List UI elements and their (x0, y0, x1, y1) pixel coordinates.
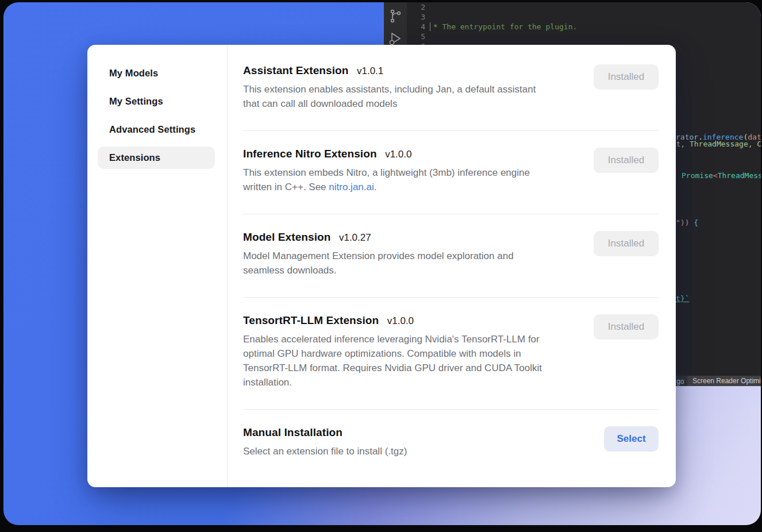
installed-button[interactable]: Installed (594, 148, 659, 173)
sidebar-item-my-settings[interactable]: My Settings (98, 90, 215, 113)
extension-name: Inference Nitro Extension (243, 148, 377, 160)
code-line-2: * The entrypoint for the plugin. (429, 22, 761, 32)
screen-reader-optimized-chip: Screen Reader Optimized (687, 376, 761, 386)
extension-description: This extension embeds Nitro, a lightweig… (243, 165, 530, 194)
extension-version: v1.0.27 (339, 232, 371, 243)
extension-version: v1.0.0 (385, 149, 411, 160)
extension-description: This extension enables assistants, inclu… (243, 82, 536, 111)
extensions-list: Assistant Extension v1.0.1 This extensio… (228, 45, 676, 487)
settings-sidebar: My Models My Settings Advanced Settings … (87, 45, 228, 487)
status-bar-text: go (676, 377, 684, 386)
text-cursor (430, 22, 430, 31)
app-background: 2 3 4 5 6 * The entrypoint for the plugi… (3, 2, 761, 525)
extension-row-tensorrt-llm: TensortRT-LLM Extension v1.0.0 Enables a… (243, 298, 659, 410)
extension-name: Assistant Extension (243, 64, 349, 76)
run-and-debug-icon (384, 31, 407, 46)
extension-name: TensortRT-LLM Extension (243, 314, 379, 326)
extension-description: Enables accelerated inference leveraging… (243, 332, 542, 390)
extension-name: Model Extension (243, 231, 330, 243)
code-fragment-promise: Promise<ThreadMessage> (682, 171, 761, 180)
editor-line-numbers: 2 3 4 5 6 (407, 2, 425, 51)
extension-row-inference-nitro: Inference Nitro Extension v1.0.0 This ex… (243, 131, 659, 214)
extension-title: Model Extension v1.0.27 (243, 231, 514, 244)
extension-description: Model Management Extension provides mode… (243, 249, 514, 277)
installed-button[interactable]: Installed (594, 231, 659, 256)
code-fragment-inference: rator.inference(data)); (676, 132, 761, 142)
installed-button[interactable]: Installed (594, 64, 659, 90)
manual-installation-name: Manual Installation (243, 426, 342, 438)
nitro-jan-ai-link[interactable]: nitro.jan.ai. (329, 182, 376, 192)
code-fragment-template: t}` (676, 294, 689, 303)
manual-installation-description: Select an extension file to install (.tg… (243, 444, 407, 458)
extension-title: TensortRT-LLM Extension v1.0.0 (243, 314, 542, 327)
extension-version: v1.0.0 (387, 315, 414, 326)
extension-title: Assistant Extension v1.0.1 (243, 64, 536, 77)
sidebar-item-my-models[interactable]: My Models (98, 62, 215, 84)
extension-row-model: Model Extension v1.0.27 Model Management… (243, 214, 659, 298)
manual-installation-title: Manual Installation (243, 426, 407, 439)
extension-version: v1.0.1 (357, 65, 383, 76)
code-fragment-brace: ")) { (676, 218, 698, 228)
sidebar-item-advanced-settings[interactable]: Advanced Settings (98, 118, 215, 141)
manual-installation-row: Manual Installation Select an extension … (243, 410, 659, 458)
source-control-icon (384, 8, 407, 24)
extension-title: Inference Nitro Extension v1.0.0 (243, 148, 530, 160)
settings-modal: My Models My Settings Advanced Settings … (87, 45, 676, 487)
installed-button[interactable]: Installed (594, 314, 659, 340)
extension-row-assistant: Assistant Extension v1.0.1 This extensio… (243, 60, 659, 131)
sidebar-item-extensions[interactable]: Extensions (98, 147, 215, 169)
select-file-button[interactable]: Select (604, 426, 659, 452)
